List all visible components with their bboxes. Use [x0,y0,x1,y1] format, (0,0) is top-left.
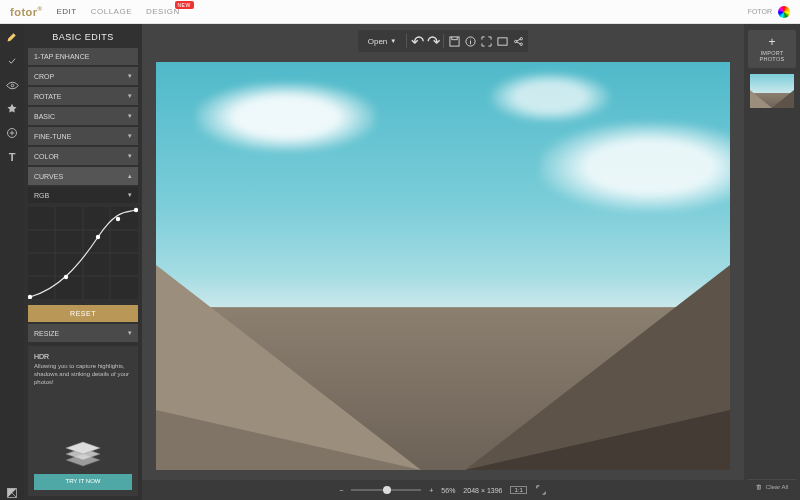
tab-design[interactable]: DESIGN NEW [146,7,180,16]
bottom-bar: − + 56% 2048 × 1396 1:1 [142,480,744,500]
text-icon[interactable]: T [5,150,19,164]
aspect-ratio[interactable]: 1:1 [510,486,526,494]
account-label[interactable]: FOTOR [748,8,772,15]
compare-icon[interactable] [5,486,19,500]
tool-strip: T [0,24,24,500]
color-wheel-icon[interactable] [778,6,790,18]
pencil-icon[interactable] [5,30,19,44]
svg-point-9 [64,275,68,279]
tab-collage[interactable]: COLLAGE [91,7,132,16]
circle-plus-icon[interactable] [5,126,19,140]
right-sidebar: + IMPORT PHOTOS 🗑 Clear All [744,24,800,500]
eye-icon[interactable] [5,78,19,92]
chevron-down-icon: ▼ [390,38,396,44]
canvas-wrap [142,52,744,480]
open-button[interactable]: Open ▼ [362,35,403,48]
import-label: IMPORT PHOTOS [748,50,796,62]
fit-icon[interactable] [496,35,508,47]
section-crop[interactable]: CROP▾ [28,67,138,85]
chevron-down-icon: ▾ [128,72,132,80]
chevron-down-icon: ▾ [128,112,132,120]
chevron-down-icon: ▾ [128,329,132,337]
section-finetune[interactable]: FINE-TUNE▾ [28,127,138,145]
brand-tabs: EDIT COLLAGE DESIGN NEW [56,7,179,16]
svg-rect-15 [498,37,507,44]
section-rotate[interactable]: ROTATE▾ [28,87,138,105]
reset-button[interactable]: RESET [28,305,138,322]
try-it-now-button[interactable]: TRY IT NOW [34,474,132,490]
svg-point-11 [116,217,120,221]
zoom-slider[interactable] [351,489,421,491]
expand-icon[interactable] [535,484,547,496]
curves-channel-select[interactable]: RGB▾ [28,187,138,203]
edits-panel: BASIC EDITS 1-TAP ENHANCE CROP▾ ROTATE▾ … [24,24,142,500]
image-dimensions: 2048 × 1396 [463,487,502,494]
zoom-out-button[interactable]: − [339,487,343,494]
badge-new: NEW [175,1,194,9]
section-resize[interactable]: RESIZE▾ [28,324,138,342]
svg-point-10 [96,235,100,239]
hdr-title: HDR [34,352,132,361]
star-icon[interactable] [5,102,19,116]
curves-graph[interactable] [28,207,138,299]
zoom-in-button[interactable]: + [429,487,433,494]
section-1tap[interactable]: 1-TAP ENHANCE [28,48,138,65]
zoom-value: 56% [441,487,455,494]
redo-icon[interactable]: ↷ [427,35,439,47]
logo: fotor® [10,6,42,18]
section-curves[interactable]: CURVES▴ [28,167,138,185]
svg-point-0 [11,84,14,87]
trash-icon: 🗑 [756,484,762,490]
brand-right: FOTOR [748,6,790,18]
photo-thumbnail[interactable] [750,74,794,108]
photo-canvas[interactable] [156,62,730,470]
section-color[interactable]: COLOR▾ [28,147,138,165]
top-toolbar: Open ▼ ↶ ↷ [358,30,529,52]
accordion: 1-TAP ENHANCE CROP▾ ROTATE▾ BASIC▾ FINE-… [28,48,138,342]
info-icon[interactable] [464,35,476,47]
save-icon[interactable] [448,35,460,47]
undo-icon[interactable]: ↶ [411,35,423,47]
chevron-down-icon: ▾ [128,132,132,140]
chevron-down-icon: ▾ [128,191,132,199]
plus-icon: + [748,36,796,48]
enhance-icon[interactable] [5,54,19,68]
svg-point-12 [134,208,138,212]
hdr-card: HDR Allowing you to capture highlights, … [28,346,138,496]
brand-bar: fotor® EDIT COLLAGE DESIGN NEW FOTOR [0,0,800,24]
layers-icon [62,438,104,470]
app-body: T BASIC EDITS 1-TAP ENHANCE CROP▾ ROTATE… [0,24,800,500]
clear-all-button[interactable]: 🗑 Clear All [748,479,796,494]
section-basic[interactable]: BASIC▾ [28,107,138,125]
share-icon[interactable] [512,35,524,47]
chevron-down-icon: ▾ [128,92,132,100]
canvas-area: Open ▼ ↶ ↷ − + 56% 2048 × 1396 1:1 [142,24,744,500]
hdr-desc: Allowing you to capture highlights, shad… [34,363,132,386]
chevron-down-icon: ▾ [128,152,132,160]
svg-rect-13 [450,36,459,45]
fullscreen-icon[interactable] [480,35,492,47]
panel-title: BASIC EDITS [28,24,138,48]
tab-edit[interactable]: EDIT [56,7,76,16]
import-photos-button[interactable]: + IMPORT PHOTOS [748,30,796,68]
chevron-up-icon: ▴ [128,172,132,180]
svg-point-8 [28,295,32,299]
